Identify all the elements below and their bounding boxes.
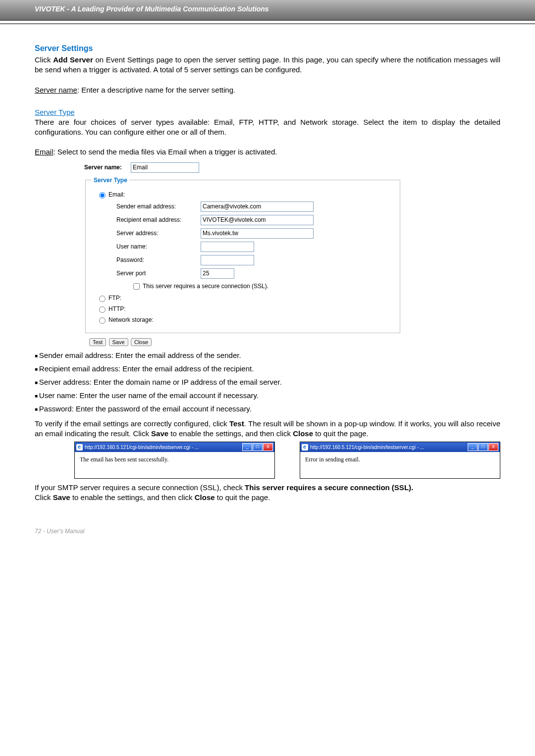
save-button[interactable]: Save [109, 338, 128, 346]
smtp-c: to enable the settings, and then click [70, 493, 195, 502]
recipient-input[interactable] [201, 215, 314, 225]
password-input[interactable] [201, 255, 254, 265]
intro-bold: Add Server [53, 55, 93, 64]
email-line: Email: Select to send the media files vi… [35, 147, 500, 157]
minimize-icon[interactable]: _ [468, 443, 478, 451]
popup-success-msg: The email has been sent successfully. [75, 452, 274, 478]
serveraddr-input[interactable] [201, 228, 314, 239]
server-name-line: Server name: Enter a descriptive name fo… [35, 85, 500, 95]
verify-d: to quit the page. [313, 429, 369, 438]
intro-paragraph: Click Add Server on Event Settings page … [35, 55, 500, 75]
verify-a: To verify if the email settings are corr… [35, 419, 229, 428]
server-type-heading: Server Type [35, 108, 75, 116]
server-name-desc: : Enter a descriptive name for the serve… [77, 86, 235, 94]
server-settings-form: Server name: Server Type Email: Sender e… [84, 162, 401, 346]
verify-paragraph: To verify if the email settings are corr… [35, 419, 500, 439]
close-button[interactable]: Close [131, 338, 152, 346]
smtp-a: If your SMTP server requires a secure co… [35, 483, 245, 492]
radio-ftp[interactable] [99, 296, 106, 302]
radio-http-label: HTTP: [108, 305, 126, 312]
sender-label: Sender email address: [116, 203, 201, 210]
email-label: Email [35, 148, 54, 156]
username-input[interactable] [201, 242, 254, 252]
popup-error: http://192.160.5.121/cgi-bin/admin/tests… [300, 442, 500, 479]
smtp-close: Close [195, 493, 215, 502]
smtp-d: to quit the page. [215, 493, 270, 502]
close-icon[interactable]: X [263, 443, 273, 451]
server-name-input[interactable] [131, 162, 199, 173]
server-type-desc: There are four choices of server types a… [35, 117, 500, 138]
radio-email[interactable] [99, 192, 106, 199]
section-title: Server Settings [35, 44, 500, 53]
minimize-icon[interactable]: _ [242, 443, 252, 451]
smtp-b: Click [35, 493, 53, 502]
recipient-label: Recipient email address: [116, 216, 201, 223]
intro-post: on Event Settings page to open the serve… [35, 55, 500, 74]
email-desc: : Select to send the media files via Ema… [54, 148, 277, 156]
bullet-2: Recipient email address: Enter the email… [35, 364, 500, 373]
verify-c: to enable the settings, and then click [168, 429, 293, 438]
intro-pre: Click [35, 55, 53, 64]
radio-network[interactable] [99, 317, 106, 324]
smtp-bold: This server requires a secure connection… [245, 483, 413, 492]
page-header-band: VIVOTEK - A Leading Provider of Multimed… [0, 0, 535, 21]
server-name-label: Server name [35, 86, 77, 94]
port-label: Server port [116, 270, 201, 277]
port-input[interactable] [201, 268, 234, 279]
popup-success: http://192.160.5.121/cgi-bin/admin/tests… [74, 442, 275, 479]
close-icon[interactable]: X [488, 443, 498, 451]
username-label: User name: [116, 243, 201, 250]
verify-close: Close [293, 429, 313, 438]
bullet-4: User name: Enter the user name of the em… [35, 391, 500, 400]
radio-network-label: Network storage: [108, 316, 154, 323]
password-label: Password: [116, 256, 201, 263]
radio-ftp-label: FTP: [108, 295, 121, 302]
smtp-save: Save [53, 493, 70, 502]
email-fields-group: Sender email address: Recipient email ad… [116, 202, 394, 291]
serveraddr-label: Server address: [116, 230, 201, 237]
radio-http[interactable] [99, 306, 106, 313]
popup-error-msg: Error in sending email. [300, 452, 500, 478]
ie-icon [76, 444, 83, 451]
radio-email-label: Email: [108, 191, 125, 198]
popup-success-url: http://192.160.5.121/cgi-bin/admin/tests… [85, 445, 242, 450]
popup-error-url: http://192.160.5.121/cgi-bin/admin/tests… [310, 445, 467, 450]
verify-save: Save [151, 429, 168, 438]
test-button[interactable]: Test [89, 338, 106, 346]
bullet-list: Sender email address: Enter the email ad… [35, 351, 500, 413]
server-type-fieldset: Server Type Email: Sender email address:… [85, 177, 400, 333]
fieldset-legend: Server Type [92, 177, 129, 184]
smtp-paragraph: If your SMTP server requires a secure co… [35, 483, 500, 503]
page-footer: 72 - User's Manual [0, 528, 535, 550]
header-text: VIVOTEK - A Leading Provider of Multimed… [0, 0, 535, 13]
ssl-label: This server requires a secure connection… [143, 283, 268, 290]
sender-input[interactable] [201, 202, 314, 212]
bullet-5: Password: Enter the password of the emai… [35, 404, 500, 413]
maximize-icon[interactable]: □ [478, 443, 488, 451]
form-server-name-label: Server name: [84, 164, 122, 171]
bullet-3: Server address: Enter the domain name or… [35, 378, 500, 386]
verify-test: Test [229, 419, 244, 428]
maximize-icon[interactable]: □ [253, 443, 263, 451]
ssl-checkbox[interactable] [133, 283, 140, 290]
bullet-1: Sender email address: Enter the email ad… [35, 351, 500, 359]
ie-icon [302, 444, 308, 451]
